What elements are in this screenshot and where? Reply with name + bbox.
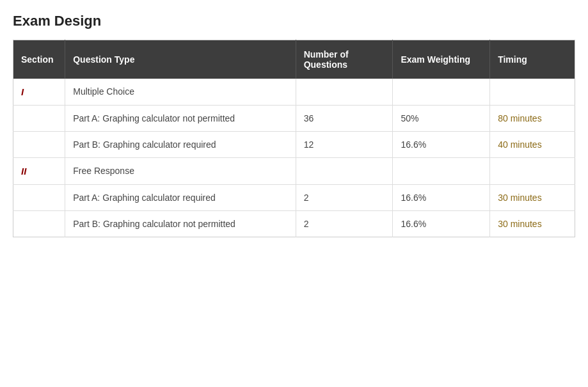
section-label: II — [21, 166, 26, 177]
table-row: Part A: Graphing calculator required216.… — [13, 185, 575, 211]
cell-exam-weighting: 16.6% — [393, 185, 490, 211]
table-row: Part B: Graphing calculator required1216… — [13, 132, 575, 158]
cell-exam-weighting — [393, 79, 490, 106]
cell-section — [13, 211, 65, 237]
exam-design-table: Section Question Type Number of Question… — [13, 40, 575, 237]
table-row: IIFree Response — [13, 158, 575, 185]
header-exam-weighting: Exam Weighting — [393, 40, 490, 79]
cell-timing — [490, 158, 575, 185]
cell-timing: 80 minutes — [490, 106, 575, 132]
table-header-row: Section Question Type Number of Question… — [13, 40, 575, 79]
cell-question-type: Part B: Graphing calculator required — [65, 132, 296, 158]
cell-section — [13, 106, 65, 132]
cell-exam-weighting: 50% — [393, 106, 490, 132]
table-row: IMultiple Choice — [13, 79, 575, 106]
cell-exam-weighting: 16.6% — [393, 132, 490, 158]
header-section: Section — [13, 40, 65, 79]
cell-exam-weighting: 16.6% — [393, 211, 490, 237]
cell-question-type: Multiple Choice — [65, 79, 296, 106]
page-title: Exam Design — [13, 13, 575, 29]
cell-section — [13, 185, 65, 211]
cell-num-questions: 12 — [296, 132, 393, 158]
cell-timing — [490, 79, 575, 106]
cell-question-type: Free Response — [65, 158, 296, 185]
cell-question-type: Part A: Graphing calculator not permitte… — [65, 106, 296, 132]
cell-num-questions: 2 — [296, 185, 393, 211]
header-num-questions: Number of Questions — [296, 40, 393, 79]
cell-timing: 30 minutes — [490, 185, 575, 211]
table-row: Part B: Graphing calculator not permitte… — [13, 211, 575, 237]
cell-section: I — [13, 79, 65, 106]
cell-timing: 30 minutes — [490, 211, 575, 237]
header-timing: Timing — [490, 40, 575, 79]
cell-num-questions: 36 — [296, 106, 393, 132]
cell-num-questions — [296, 79, 393, 106]
cell-num-questions — [296, 158, 393, 185]
header-question-type: Question Type — [65, 40, 296, 79]
cell-section: II — [13, 158, 65, 185]
cell-section — [13, 132, 65, 158]
cell-question-type: Part A: Graphing calculator required — [65, 185, 296, 211]
cell-num-questions: 2 — [296, 211, 393, 237]
cell-question-type: Part B: Graphing calculator not permitte… — [65, 211, 296, 237]
table-row: Part A: Graphing calculator not permitte… — [13, 106, 575, 132]
section-label: I — [21, 86, 24, 97]
cell-exam-weighting — [393, 158, 490, 185]
cell-timing: 40 minutes — [490, 132, 575, 158]
